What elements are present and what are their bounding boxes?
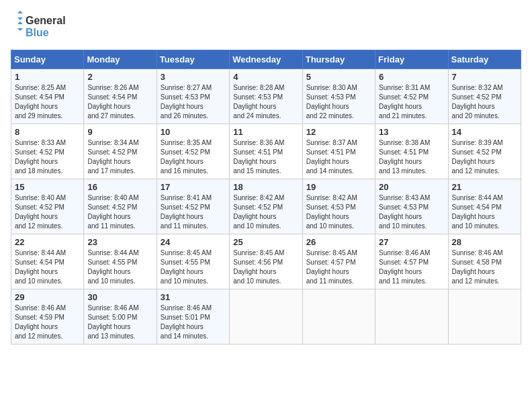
- day-info: Sunrise: 8:45 AMSunset: 4:56 PMDaylight …: [233, 249, 284, 285]
- day-info: Sunrise: 8:41 AMSunset: 4:52 PMDaylight …: [161, 194, 212, 230]
- day-number: 24: [161, 237, 226, 247]
- table-row: 26 Sunrise: 8:45 AMSunset: 4:57 PMDaylig…: [302, 234, 375, 289]
- table-row: 12 Sunrise: 8:37 AMSunset: 4:51 PMDaylig…: [302, 124, 375, 179]
- day-number: 16: [87, 182, 152, 192]
- logo: General Blue: [11, 11, 78, 43]
- day-info: Sunrise: 8:26 AMSunset: 4:54 PMDaylight …: [87, 84, 138, 120]
- day-number: 1: [15, 72, 80, 82]
- day-info: Sunrise: 8:46 AMSunset: 5:01 PMDaylight …: [161, 304, 212, 340]
- day-number: 27: [379, 237, 444, 247]
- weekday-header-wednesday: Wednesday: [230, 50, 302, 69]
- day-number: 22: [15, 237, 80, 247]
- svg-text:Blue: Blue: [26, 27, 49, 38]
- day-number: 7: [452, 72, 517, 82]
- day-info: Sunrise: 8:40 AMSunset: 4:52 PMDaylight …: [87, 194, 138, 230]
- table-row: [448, 289, 521, 345]
- table-row: 3 Sunrise: 8:27 AMSunset: 4:53 PMDayligh…: [157, 69, 229, 124]
- table-row: 8 Sunrise: 8:33 AMSunset: 4:52 PMDayligh…: [11, 124, 84, 179]
- weekday-header-thursday: Thursday: [302, 50, 375, 69]
- table-row: 27 Sunrise: 8:46 AMSunset: 4:57 PMDaylig…: [375, 234, 448, 289]
- day-info: Sunrise: 8:34 AMSunset: 4:52 PMDaylight …: [87, 139, 138, 175]
- table-row: 29 Sunrise: 8:46 AMSunset: 4:59 PMDaylig…: [11, 289, 84, 345]
- svg-text:General: General: [26, 15, 66, 26]
- day-number: 17: [161, 182, 226, 192]
- day-info: Sunrise: 8:46 AMSunset: 5:00 PMDaylight …: [87, 304, 138, 340]
- day-number: 23: [87, 237, 152, 247]
- day-number: 15: [15, 182, 80, 192]
- day-info: Sunrise: 8:46 AMSunset: 4:57 PMDaylight …: [379, 249, 430, 285]
- table-row: 2 Sunrise: 8:26 AMSunset: 4:54 PMDayligh…: [84, 69, 157, 124]
- day-number: 5: [306, 72, 371, 82]
- day-info: Sunrise: 8:27 AMSunset: 4:53 PMDaylight …: [161, 84, 212, 120]
- day-number: 20: [379, 182, 444, 192]
- table-row: 25 Sunrise: 8:45 AMSunset: 4:56 PMDaylig…: [230, 234, 302, 289]
- day-info: Sunrise: 8:44 AMSunset: 4:54 PMDaylight …: [15, 249, 66, 285]
- day-info: Sunrise: 8:45 AMSunset: 4:57 PMDaylight …: [306, 249, 357, 285]
- day-number: 13: [379, 127, 444, 137]
- weekday-header-monday: Monday: [84, 50, 157, 69]
- day-number: 11: [233, 127, 298, 137]
- day-number: 26: [306, 237, 371, 247]
- day-info: Sunrise: 8:43 AMSunset: 4:53 PMDaylight …: [379, 194, 430, 230]
- day-info: Sunrise: 8:25 AMSunset: 4:54 PMDaylight …: [15, 84, 66, 120]
- day-info: Sunrise: 8:45 AMSunset: 4:55 PMDaylight …: [161, 249, 212, 285]
- table-row: 16 Sunrise: 8:40 AMSunset: 4:52 PMDaylig…: [84, 179, 157, 234]
- svg-marker-2: [17, 11, 23, 13]
- table-row: 9 Sunrise: 8:34 AMSunset: 4:52 PMDayligh…: [84, 124, 157, 179]
- day-info: Sunrise: 8:28 AMSunset: 4:53 PMDaylight …: [233, 84, 284, 120]
- table-row: 24 Sunrise: 8:45 AMSunset: 4:55 PMDaylig…: [157, 234, 229, 289]
- table-row: [230, 289, 302, 345]
- table-row: 6 Sunrise: 8:31 AMSunset: 4:52 PMDayligh…: [375, 69, 448, 124]
- svg-marker-4: [17, 21, 23, 24]
- table-row: 30 Sunrise: 8:46 AMSunset: 5:00 PMDaylig…: [84, 289, 157, 345]
- page-header: General Blue: [11, 11, 521, 43]
- day-number: 2: [87, 72, 152, 82]
- day-info: Sunrise: 8:44 AMSunset: 4:55 PMDaylight …: [87, 249, 138, 285]
- day-info: Sunrise: 8:39 AMSunset: 4:52 PMDaylight …: [452, 139, 503, 175]
- day-info: Sunrise: 8:42 AMSunset: 4:52 PMDaylight …: [233, 194, 284, 230]
- table-row: 19 Sunrise: 8:42 AMSunset: 4:53 PMDaylig…: [302, 179, 375, 234]
- day-info: Sunrise: 8:42 AMSunset: 4:53 PMDaylight …: [306, 194, 357, 230]
- table-row: 28 Sunrise: 8:46 AMSunset: 4:58 PMDaylig…: [448, 234, 521, 289]
- day-number: 6: [379, 72, 444, 82]
- day-info: Sunrise: 8:40 AMSunset: 4:52 PMDaylight …: [15, 194, 66, 230]
- day-number: 28: [452, 237, 517, 247]
- day-number: 25: [233, 237, 298, 247]
- table-row: 21 Sunrise: 8:44 AMSunset: 4:54 PMDaylig…: [448, 179, 521, 234]
- table-row: 1 Sunrise: 8:25 AMSunset: 4:54 PMDayligh…: [11, 69, 84, 124]
- weekday-header-sunday: Sunday: [11, 50, 84, 69]
- table-row: 18 Sunrise: 8:42 AMSunset: 4:52 PMDaylig…: [230, 179, 302, 234]
- day-info: Sunrise: 8:32 AMSunset: 4:52 PMDaylight …: [452, 84, 503, 120]
- table-row: 7 Sunrise: 8:32 AMSunset: 4:52 PMDayligh…: [448, 69, 521, 124]
- table-row: [302, 289, 375, 345]
- weekday-header-saturday: Saturday: [448, 50, 521, 69]
- day-number: 3: [161, 72, 226, 82]
- day-info: Sunrise: 8:36 AMSunset: 4:51 PMDaylight …: [233, 139, 284, 175]
- table-row: 15 Sunrise: 8:40 AMSunset: 4:52 PMDaylig…: [11, 179, 84, 234]
- day-info: Sunrise: 8:35 AMSunset: 4:52 PMDaylight …: [161, 139, 212, 175]
- day-info: Sunrise: 8:31 AMSunset: 4:52 PMDaylight …: [379, 84, 430, 120]
- weekday-header-tuesday: Tuesday: [157, 50, 229, 69]
- table-row: 5 Sunrise: 8:30 AMSunset: 4:53 PMDayligh…: [302, 69, 375, 124]
- day-info: Sunrise: 8:30 AMSunset: 4:53 PMDaylight …: [306, 84, 357, 120]
- day-info: Sunrise: 8:38 AMSunset: 4:51 PMDaylight …: [379, 139, 430, 175]
- day-info: Sunrise: 8:46 AMSunset: 4:58 PMDaylight …: [452, 249, 503, 285]
- day-number: 14: [452, 127, 517, 137]
- day-number: 30: [87, 292, 152, 302]
- day-number: 29: [15, 292, 80, 302]
- table-row: 31 Sunrise: 8:46 AMSunset: 5:01 PMDaylig…: [157, 289, 229, 345]
- table-row: 11 Sunrise: 8:36 AMSunset: 4:51 PMDaylig…: [230, 124, 302, 179]
- table-row: 13 Sunrise: 8:38 AMSunset: 4:51 PMDaylig…: [375, 124, 448, 179]
- table-row: 23 Sunrise: 8:44 AMSunset: 4:55 PMDaylig…: [84, 234, 157, 289]
- calendar-table: SundayMondayTuesdayWednesdayThursdayFrid…: [11, 50, 521, 345]
- table-row: 10 Sunrise: 8:35 AMSunset: 4:52 PMDaylig…: [157, 124, 229, 179]
- day-number: 31: [161, 292, 226, 302]
- table-row: 17 Sunrise: 8:41 AMSunset: 4:52 PMDaylig…: [157, 179, 229, 234]
- svg-marker-5: [17, 28, 23, 31]
- table-row: [375, 289, 448, 345]
- weekday-header-friday: Friday: [375, 50, 448, 69]
- day-info: Sunrise: 8:44 AMSunset: 4:54 PMDaylight …: [452, 194, 503, 230]
- day-info: Sunrise: 8:37 AMSunset: 4:51 PMDaylight …: [306, 139, 357, 175]
- day-number: 12: [306, 127, 371, 137]
- day-number: 19: [306, 182, 371, 192]
